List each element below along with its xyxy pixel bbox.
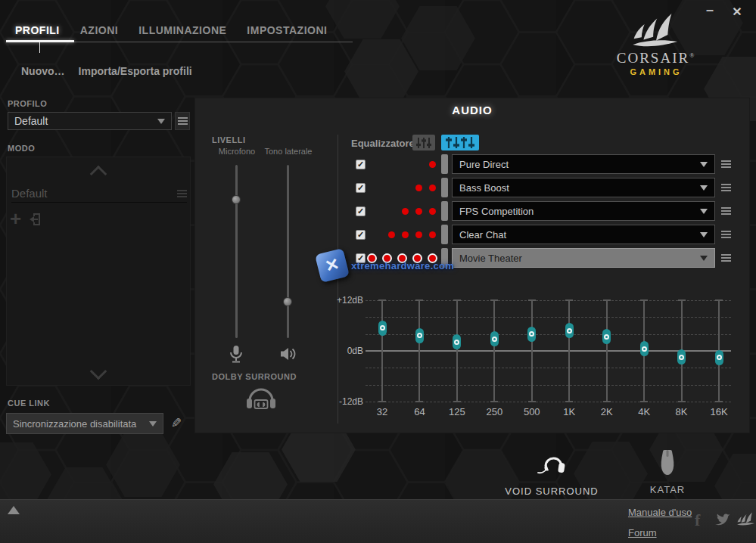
eq-preset-list: Pure DirectBass BoostFPS CompetitionClea…: [356, 154, 731, 272]
chevron-down-icon: [700, 256, 708, 261]
eq-band-track[interactable]: [381, 300, 383, 402]
preset-menu-button[interactable]: [721, 207, 731, 215]
preset-dropdown[interactable]: Bass Boost: [452, 178, 715, 197]
eq-band-handle[interactable]: [527, 327, 536, 342]
audio-panel-title: AUDIO: [195, 104, 749, 116]
sidetone-level-slider[interactable]: [287, 165, 289, 338]
headset-icon: [537, 449, 567, 479]
corsair-sails-icon: [632, 14, 680, 48]
preset-dropdown[interactable]: Movie Theater: [452, 248, 715, 268]
device-katar[interactable]: KATAR: [630, 449, 705, 495]
eq-band-track[interactable]: [456, 300, 458, 402]
eq-band-handle[interactable]: [453, 334, 461, 349]
eq-simple-mode-button[interactable]: [412, 135, 435, 150]
twitter-icon[interactable]: [714, 514, 730, 526]
tab-azioni[interactable]: AZIONI: [80, 24, 118, 36]
eq-band-handle[interactable]: [715, 350, 723, 365]
eq-frequency-label: 8K: [665, 406, 698, 417]
import-mode-icon[interactable]: [28, 212, 43, 227]
preset-drag-handle[interactable]: [441, 201, 448, 221]
eq-band-handle[interactable]: [677, 349, 686, 365]
edit-pencil-icon[interactable]: [171, 415, 182, 431]
preset-checkbox[interactable]: [356, 253, 366, 263]
preset-level-dots: [366, 208, 441, 215]
level-dot: [399, 255, 406, 262]
eq-band-handle[interactable]: [378, 321, 387, 336]
preset-drag-handle[interactable]: [441, 225, 448, 244]
cue-link-select[interactable]: Sincronizzazione disabilitata: [6, 413, 163, 434]
preset-checkbox[interactable]: [356, 160, 366, 169]
eq-gridline: [366, 300, 731, 301]
preset-drag-handle[interactable]: [441, 248, 448, 268]
eq-y-tick-label: 0dB: [316, 346, 363, 356]
eq-band-track[interactable]: [418, 300, 420, 402]
preset-level-dots: [366, 255, 441, 262]
scroll-down-icon[interactable]: [90, 363, 107, 380]
preset-dropdown[interactable]: Pure Direct: [452, 154, 715, 174]
sidetone-slider-knob[interactable]: [283, 297, 292, 306]
preset-drag-handle[interactable]: [441, 154, 448, 174]
import-export-profiles-button[interactable]: Importa/Esporta profili: [79, 65, 192, 77]
device-label: VOID SURROUND: [495, 486, 608, 497]
eq-multi-mode-button[interactable]: [441, 135, 479, 150]
footer-expand-arrow[interactable]: [8, 506, 20, 514]
preset-dropdown[interactable]: FPS Competition: [452, 201, 715, 221]
corsair-logo: CORSAIR® GAMING: [605, 14, 707, 76]
chevron-down-icon: [700, 232, 708, 237]
level-dot: [429, 208, 436, 215]
forum-link[interactable]: Forum: [628, 527, 657, 538]
mic-slider-knob[interactable]: [232, 195, 241, 204]
tab-impostazioni[interactable]: IMPOSTAZIONI: [247, 24, 327, 36]
preset-menu-button[interactable]: [721, 254, 731, 262]
preset-dropdown[interactable]: Clear Chat: [452, 225, 715, 244]
mouse-icon: [657, 449, 678, 478]
eq-simple-icon: [415, 137, 432, 149]
device-label: KATAR: [630, 484, 705, 495]
mode-list-panel: Default +: [6, 157, 191, 386]
eq-frequency-label: 125: [440, 406, 474, 417]
facebook-icon[interactable]: f: [695, 510, 700, 530]
eq-preset-row-bass-boost: Bass Boost: [356, 178, 731, 197]
profilo-section-label: PROFILO: [8, 99, 47, 108]
manual-link[interactable]: Manuale d'uso: [628, 507, 692, 518]
eq-frequency-label: 4K: [627, 406, 661, 417]
add-mode-button[interactable]: +: [10, 209, 21, 228]
chevron-down-icon: [149, 421, 157, 427]
eq-band-handle[interactable]: [640, 341, 649, 356]
tab-illuminazione[interactable]: ILLUMINAZIONE: [138, 24, 226, 36]
preset-checkbox[interactable]: [356, 230, 366, 240]
eq-band-track[interactable]: [568, 300, 570, 402]
preset-menu-button[interactable]: [721, 184, 731, 191]
eq-band-handle[interactable]: [490, 331, 499, 346]
eq-band-track[interactable]: [606, 300, 608, 402]
level-dot: [429, 161, 436, 168]
hamburger-icon: [177, 190, 187, 197]
eq-frequency-label: 64: [403, 406, 436, 417]
device-void-surround[interactable]: VOID SURROUND: [495, 449, 608, 497]
mode-list-item[interactable]: Default: [11, 185, 187, 203]
eq-band-handle[interactable]: [602, 329, 611, 344]
preset-menu-button[interactable]: [721, 160, 731, 168]
profile-select[interactable]: Default: [8, 112, 172, 130]
preset-drag-handle[interactable]: [441, 178, 448, 197]
level-dot: [429, 231, 436, 238]
eq-band-track[interactable]: [493, 300, 495, 402]
dolby-headphone-icon[interactable]: [244, 384, 278, 410]
scroll-up-icon[interactable]: [90, 166, 107, 183]
preset-checkbox[interactable]: [356, 183, 366, 193]
tab-profili[interactable]: PROFILI: [15, 24, 60, 36]
brand-name: CORSAIR®: [605, 50, 707, 67]
preset-menu-button[interactable]: [721, 231, 731, 238]
preset-name: Movie Theater: [459, 253, 700, 264]
new-profile-button[interactable]: Nuovo…: [21, 65, 65, 77]
eq-band-track[interactable]: [531, 300, 533, 402]
audio-panel: AUDIO LIVELLI Microfono Tono laterale DO…: [195, 98, 749, 433]
mic-level-slider[interactable]: [235, 165, 238, 338]
eq-band-handle[interactable]: [415, 328, 424, 343]
mode-item-label: Default: [11, 187, 177, 200]
close-button[interactable]: ✕: [730, 5, 745, 20]
profile-menu-button[interactable]: [175, 112, 190, 130]
preset-checkbox[interactable]: [356, 206, 366, 216]
eq-band-handle[interactable]: [565, 323, 574, 338]
corsair-sails-footer-icon[interactable]: [737, 512, 755, 526]
